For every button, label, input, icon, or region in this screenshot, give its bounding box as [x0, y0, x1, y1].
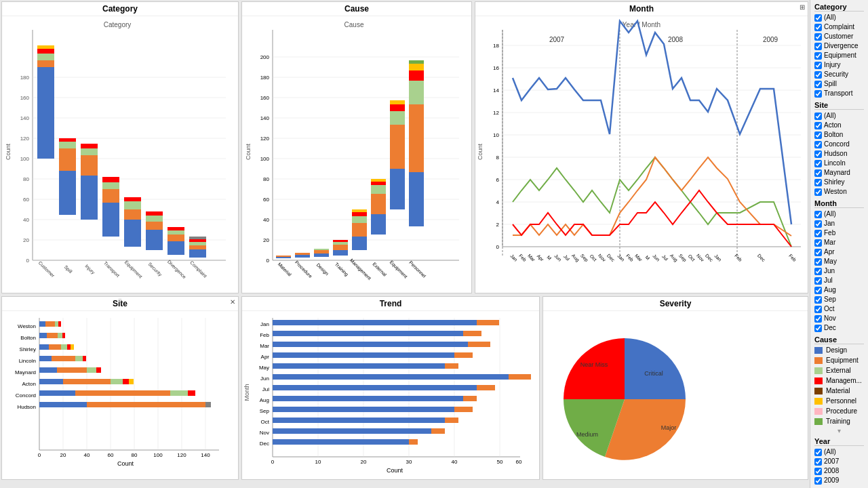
checkbox-month-aug[interactable] [814, 287, 822, 294]
checkbox-site-shirley[interactable] [814, 179, 822, 186]
checkbox-year-all[interactable] [814, 449, 822, 456]
sidebar-site-weston[interactable]: Weston [814, 187, 864, 197]
sidebar-month-may[interactable]: May [814, 257, 864, 266]
sidebar-category-transport[interactable]: Transport [814, 89, 864, 98]
svg-text:50: 50 [497, 459, 503, 465]
checkbox-site-lincoln[interactable] [814, 160, 822, 167]
sidebar-month-oct[interactable]: Oct [814, 304, 864, 314]
sidebar-month-all[interactable]: (All) [814, 209, 864, 219]
sidebar-month-dec[interactable]: Dec [814, 323, 864, 333]
checkbox-month-oct[interactable] [814, 306, 822, 313]
checkbox-month-dec[interactable] [814, 325, 822, 332]
checkbox-category-equipment[interactable] [814, 52, 822, 60]
checkbox-year-2008[interactable] [814, 468, 822, 475]
svg-text:Count: Count [245, 144, 252, 161]
sidebar-year-2009[interactable]: 2009 [814, 476, 864, 485]
sidebar-cause-material[interactable]: Material [814, 386, 864, 396]
svg-rect-62 [189, 237, 206, 239]
sidebar-category-security[interactable]: Security [814, 70, 864, 79]
sidebar-site-bolton[interactable]: Bolton [814, 130, 864, 140]
sidebar-site-concord[interactable]: Concord [814, 140, 864, 149]
sidebar-category-equipment[interactable]: Equipment [814, 51, 864, 60]
sidebar-cause-equipment[interactable]: Equipment [814, 356, 864, 365]
svg-text:Jan: Jan [260, 321, 269, 327]
checkbox-site-maynard[interactable] [814, 169, 822, 177]
sidebar-year-2008[interactable]: 2008 [814, 466, 864, 476]
sidebar-category-injury[interactable]: Injury [814, 60, 864, 70]
checkbox-month-sep[interactable] [814, 296, 822, 304]
sidebar-cause-personnel[interactable]: Personnel [814, 396, 864, 406]
sidebar-site-all[interactable]: (All) [814, 111, 864, 121]
checkbox-category-security[interactable] [814, 71, 822, 79]
checkbox-category-transport[interactable] [814, 90, 822, 98]
sidebar-site-acton[interactable]: Acton [814, 121, 864, 130]
svg-rect-215 [49, 344, 61, 350]
sidebar-month-feb[interactable]: Feb [814, 228, 864, 238]
svg-text:Equipment: Equipment [389, 260, 408, 279]
sidebar-month-jan[interactable]: Jan [814, 219, 864, 228]
sidebar-category-spill[interactable]: Spill [814, 79, 864, 89]
sidebar-cause-design[interactable]: Design [814, 346, 864, 355]
checkbox-month-jul[interactable] [814, 277, 822, 285]
sidebar-site-maynard[interactable]: Maynard [814, 168, 864, 178]
sidebar-month-aug[interactable]: Aug [814, 285, 864, 295]
checkbox-site-bolton[interactable] [814, 131, 822, 139]
checkbox-month-mar[interactable] [814, 239, 822, 247]
svg-rect-30 [59, 142, 76, 148]
checkbox-category-all[interactable] [814, 14, 822, 22]
sidebar-month-apr[interactable]: Apr [814, 247, 864, 257]
sidebar-month-nov[interactable]: Nov [814, 314, 864, 323]
checkbox-month-apr[interactable] [814, 249, 822, 256]
sidebar-month-jun[interactable]: Jun [814, 266, 864, 276]
checkbox-site-all[interactable] [814, 113, 822, 120]
sidebar-site-hudson[interactable]: Hudson [814, 149, 864, 159]
sidebar-month-sep[interactable]: Sep [814, 295, 864, 304]
checkbox-month-may[interactable] [814, 258, 822, 266]
svg-rect-127 [409, 60, 424, 64]
sidebar-cause-management[interactable]: Managem... [814, 376, 864, 386]
checkbox-category-divergence[interactable] [814, 43, 822, 50]
svg-rect-45 [124, 201, 141, 209]
sidebar-category-divergence[interactable]: Divergence [814, 41, 864, 51]
svg-rect-33 [81, 176, 98, 220]
checkbox-site-weston[interactable] [814, 188, 822, 196]
checkbox-month-all[interactable] [814, 211, 822, 218]
svg-text:Feb: Feb [788, 253, 797, 262]
checkbox-category-injury[interactable] [814, 62, 822, 69]
sidebar-category-customer[interactable]: Customer [814, 32, 864, 41]
drag-handle[interactable]: ⠿ [118, 298, 122, 304]
sidebar-cause-procedure[interactable]: Procedure [814, 407, 864, 416]
close-button[interactable]: ✕ [230, 298, 235, 306]
checkbox-month-nov[interactable] [814, 315, 822, 323]
sidebar-site-lincoln[interactable]: Lincoln [814, 159, 864, 168]
svg-rect-48 [146, 230, 163, 250]
sidebar-category-complaint[interactable]: Complaint [814, 22, 864, 32]
checkbox-year-2007[interactable] [814, 458, 822, 466]
sidebar-site-shirley[interactable]: Shirley [814, 178, 864, 187]
checkbox-category-customer[interactable] [814, 33, 822, 41]
svg-rect-288 [273, 418, 445, 423]
svg-rect-223 [83, 356, 86, 361]
sidebar-month-mar[interactable]: Mar [814, 238, 864, 247]
sidebar-category-all[interactable]: (All) [814, 13, 864, 22]
expand-icon[interactable]: ⊞ [800, 3, 805, 11]
checkbox-month-jan[interactable] [814, 220, 822, 228]
svg-text:Jan: Jan [509, 253, 518, 262]
sidebar-year-2007[interactable]: 2007 [814, 457, 864, 466]
checkbox-category-spill[interactable] [814, 81, 822, 88]
checkbox-year-2009[interactable] [814, 477, 822, 485]
checkbox-site-concord[interactable] [814, 141, 822, 148]
checkbox-site-hudson[interactable] [814, 150, 822, 158]
sidebar-cause-training[interactable]: Training [814, 417, 864, 426]
sidebar-month-jul[interactable]: Jul [814, 276, 864, 285]
svg-rect-268 [468, 342, 490, 347]
svg-text:Jul: Jul [661, 254, 669, 262]
checkbox-month-feb[interactable] [814, 230, 822, 237]
svg-rect-92 [295, 255, 310, 258]
checkbox-category-complaint[interactable] [814, 24, 822, 31]
checkbox-site-acton[interactable] [814, 122, 822, 129]
sidebar-cause-external[interactable]: External [814, 366, 864, 375]
sidebar-year-all[interactable]: (All) [814, 447, 864, 457]
checkbox-month-jun[interactable] [814, 268, 822, 275]
svg-rect-24 [37, 54, 54, 60]
